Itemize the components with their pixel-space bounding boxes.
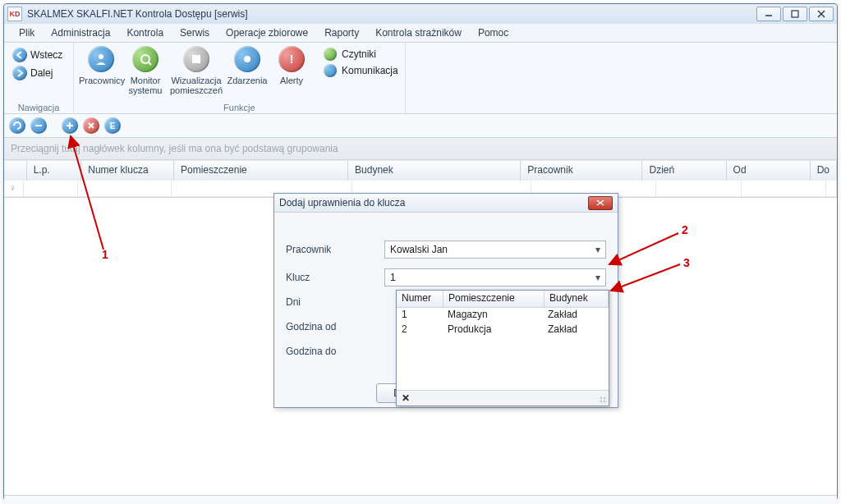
tool-refresh[interactable] (9, 117, 25, 134)
visualization-icon (183, 46, 209, 72)
chevron-down-icon: ▾ (592, 272, 604, 283)
employees-icon (88, 46, 114, 72)
kd-r0-bud: Zakład (543, 308, 609, 323)
group-by-strip[interactable]: Przeciągnij tutaj nagłówek kolumny, jeśl… (4, 138, 837, 160)
maximize-button[interactable] (783, 7, 807, 21)
events-icon (234, 46, 260, 72)
monitor-icon (132, 46, 159, 72)
minimize-button[interactable] (756, 7, 781, 21)
tool-subtract[interactable] (30, 117, 47, 134)
group-caption-functions: Funkcje (79, 103, 400, 112)
svg-line-6 (149, 62, 151, 65)
app-icon: KD (7, 7, 22, 21)
menu-plik[interactable]: Plik (11, 24, 43, 42)
resize-grip-icon[interactable] (599, 396, 607, 404)
col-numer[interactable]: Numer klucza (81, 161, 174, 181)
alerts-icon: ! (278, 46, 305, 72)
col-pomieszczenie[interactable]: Pomieszczenie (174, 161, 348, 181)
svg-text:E: E (110, 121, 116, 131)
nav-back[interactable]: Wstecz (12, 48, 62, 62)
window-title: SKALMEX SKALFI.NET Kontrola Dostępu [ser… (27, 8, 248, 20)
dialog-add-permission: Dodaj uprawnienia do klucza Pracownik Ko… (273, 193, 618, 408)
readers-icon (324, 48, 337, 61)
col-od[interactable]: Od (727, 161, 811, 181)
nav-forward-label: Dalej (30, 67, 53, 79)
filter-od[interactable] (742, 181, 826, 197)
tool-delete[interactable] (83, 117, 99, 134)
tool-add[interactable] (62, 117, 78, 134)
close-button[interactable] (809, 7, 834, 21)
nav-forward[interactable]: Dalej (12, 66, 53, 80)
svg-point-4 (99, 54, 103, 59)
combo-pracownik[interactable]: Kowalski Jan ▾ (384, 241, 606, 259)
group-caption-navigation: Nawigacja (9, 103, 68, 112)
combo-klucz[interactable]: 1 ▾ (384, 268, 606, 286)
nav-back-label: Wstecz (30, 49, 62, 61)
svg-text:!: ! (290, 53, 294, 66)
menu-administracja[interactable]: Administracja (43, 24, 118, 42)
kd-clear-button[interactable]: ✕ (402, 392, 410, 404)
func-pracownicy[interactable]: Pracownicy (79, 44, 123, 85)
group-by-text: Przeciągnij tutaj nagłówek kolumny, jeśl… (11, 143, 338, 154)
col-budynek[interactable]: Budynek (348, 161, 521, 181)
menu-operacje[interactable]: Operacje zbiorowe (218, 24, 316, 42)
kd-r0-nr: 1 (397, 308, 443, 323)
filter-lp[interactable] (24, 181, 78, 197)
dialog-close-button[interactable] (588, 196, 613, 210)
kd-r1-nr: 2 (397, 323, 443, 337)
combo-klucz-value: 1 (390, 272, 396, 283)
func-monitor[interactable]: Monitor systemu (123, 44, 168, 95)
label-godzina-do: Godzina do (286, 346, 384, 357)
func-wizualizacja[interactable]: Wizualizacja pomieszczeń (168, 44, 225, 95)
func-pracownicy-label: Pracownicy (79, 76, 123, 85)
svg-rect-1 (792, 11, 798, 17)
func-czytniki-label: Czytniki (342, 48, 376, 60)
kd-col-bud[interactable]: Budynek (545, 291, 609, 307)
menu-kontrola[interactable]: Kontrola (118, 24, 172, 42)
menu-pomoc[interactable]: Pomoc (470, 24, 517, 42)
key-dropdown[interactable]: Numer Pomieszczenie Budynek 1 Magazyn Za… (396, 290, 609, 406)
kd-r1-pom: Produkcja (443, 323, 543, 337)
func-zdarzenia[interactable]: Zdarzenia (225, 44, 269, 85)
func-wizualizacja-label: Wizualizacja pomieszczeń (168, 76, 225, 95)
func-alerty-label: Alerty (269, 76, 314, 85)
filter-row-icon: ♀ (4, 181, 24, 197)
label-dni: Dni (286, 296, 384, 308)
forward-icon (12, 66, 27, 80)
dialog-title: Dodaj uprawnienia do klucza (279, 197, 405, 208)
filter-dzien[interactable] (656, 181, 741, 197)
kd-col-pom[interactable]: Pomieszczenie (443, 291, 545, 307)
svg-point-5 (141, 55, 149, 63)
label-klucz: Klucz (286, 272, 384, 283)
communication-icon (324, 64, 337, 77)
kd-r1-bud: Zakład (543, 323, 609, 337)
func-komunikacja[interactable]: Komunikacja (324, 64, 398, 77)
kd-r0-pom: Magazyn (443, 308, 543, 323)
annotation-3: 3 (683, 256, 690, 269)
func-czytniki[interactable]: Czytniki (324, 48, 398, 61)
func-zdarzenia-label: Zdarzenia (225, 76, 269, 85)
kd-row-1[interactable]: 2 Produkcja Zakład (397, 323, 609, 337)
svg-point-8 (244, 56, 250, 62)
back-icon (12, 48, 27, 62)
annotation-2: 2 (682, 223, 688, 236)
col-do[interactable]: Do (811, 161, 837, 181)
func-komunikacja-label: Komunikacja (342, 65, 398, 76)
tool-edit[interactable]: E (104, 117, 121, 134)
chevron-down-icon: ▾ (592, 244, 604, 255)
kd-row-0[interactable]: 1 Magazyn Zakład (397, 308, 609, 323)
annotation-1: 1 (102, 248, 108, 261)
func-alerty[interactable]: ! Alerty (269, 44, 314, 85)
col-dzien[interactable]: Dzień (642, 161, 726, 181)
menu-serwis[interactable]: Serwis (172, 24, 218, 42)
menu-kontrola-straznikow[interactable]: Kontrola strażników (367, 24, 470, 42)
filter-numer[interactable] (78, 181, 172, 197)
combo-pracownik-value: Kowalski Jan (390, 244, 448, 255)
label-godzina-od: Godzina od (286, 321, 384, 332)
menu-raporty[interactable]: Raporty (316, 24, 367, 42)
col-lp[interactable]: L.p. (27, 161, 82, 181)
filter-do[interactable] (826, 181, 837, 197)
kd-col-numer[interactable]: Numer (397, 291, 443, 307)
col-pracownik[interactable]: Pracownik (521, 161, 642, 181)
label-pracownik: Pracownik (286, 244, 384, 255)
